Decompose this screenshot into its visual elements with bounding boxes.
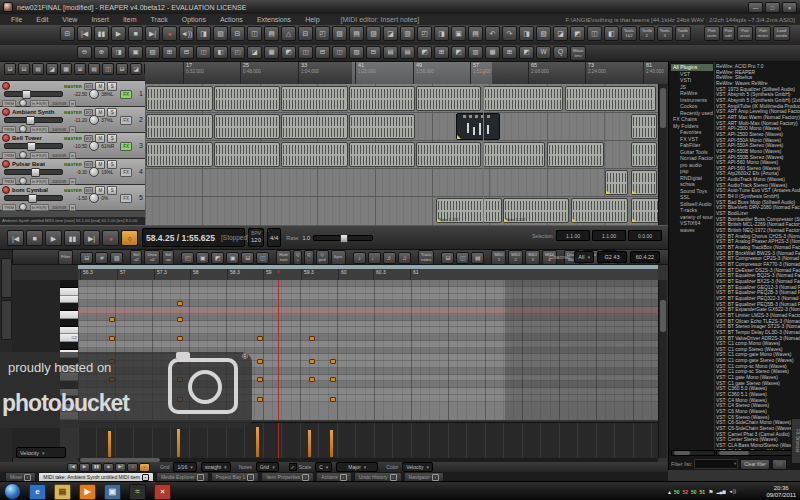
- menu-item[interactable]: Item: [116, 16, 144, 23]
- unse-all-button[interactable]: Unse all: [144, 250, 160, 265]
- note-eighth-icon[interactable]: ♪: [353, 252, 366, 264]
- scale-name-select[interactable]: Major: [336, 462, 378, 472]
- note-length-select[interactable]: Grid: [256, 462, 279, 472]
- arrange-vertical-scrollbar[interactable]: [658, 84, 667, 225]
- midi-note[interactable]: [177, 336, 183, 341]
- track-name[interactable]: Bell Tower: [12, 135, 62, 141]
- sel-sw-button[interactable]: Sel sw: [162, 250, 174, 265]
- black-key[interactable]: [60, 280, 78, 288]
- rate-slider[interactable]: [313, 235, 373, 241]
- glue-items-icon[interactable]: ◩: [451, 46, 466, 59]
- fader-handle[interactable]: [31, 168, 40, 177]
- hum-nize-button[interactable]: Hum nize: [276, 250, 291, 265]
- width-knob[interactable]: [19, 151, 27, 159]
- menu-help[interactable]: Help: [298, 16, 326, 23]
- toolb-2-button[interactable]: Toolb 2: [639, 26, 655, 41]
- trim-button[interactable]: TRIM: [2, 126, 16, 133]
- midi-note[interactable]: [109, 317, 115, 322]
- midi-timeline-ruler[interactable]: 56.35757.35858.35959.36060.361▼: [78, 265, 658, 281]
- heal-items-icon[interactable]: ◫: [298, 46, 313, 59]
- toolb-4-button[interactable]: Toolb 4: [675, 26, 691, 41]
- fx-plugin-row[interactable]: VST: BT Limiter LM2S-3 (Nomad Factor: [716, 313, 800, 319]
- zoom-mode-icon[interactable]: ⊟: [441, 252, 454, 264]
- fx-plugin-row[interactable]: VST: BT Equalizer BX2S-3 (Nomad Fa: [716, 279, 800, 285]
- stretch-left-icon[interactable]: ◧: [213, 46, 228, 59]
- ok-button[interactable]: OK: [772, 459, 787, 470]
- fx-button[interactable]: FX: [120, 194, 132, 203]
- media-item[interactable]: [281, 114, 348, 139]
- pan-knob[interactable]: [89, 115, 99, 125]
- record-arm-button[interactable]: [2, 134, 10, 142]
- media-item[interactable]: [631, 114, 657, 139]
- media-item[interactable]: [146, 86, 213, 111]
- midi-note[interactable]: [257, 336, 263, 341]
- nudge-right-icon[interactable]: ⊞: [434, 46, 449, 59]
- big-clock-icon[interactable]: ⊟: [230, 26, 245, 41]
- docker-tab[interactable]: Mixer×: [5, 472, 36, 481]
- midi-note[interactable]: [309, 336, 315, 341]
- record-arm-button[interactable]: [2, 82, 10, 90]
- midi-note[interactable]: [257, 377, 263, 382]
- input-assignment[interactable]: In FX(R): [30, 152, 49, 159]
- fx-plugin-row[interactable]: VST: BT Compressor FA770-3 (Nomad: [716, 262, 800, 268]
- note-sixteenth-icon[interactable]: ♬: [383, 252, 396, 264]
- white-key[interactable]: C2: [60, 334, 78, 342]
- start-button[interactable]: [4, 483, 21, 500]
- midi-note[interactable]: [309, 377, 315, 382]
- q--button[interactable]: Q +: [293, 250, 302, 265]
- zoom-project-icon[interactable]: ▣: [128, 46, 143, 59]
- ripple-edit-icon[interactable]: ▨: [366, 26, 381, 41]
- undo-icon[interactable]: ↶: [485, 26, 500, 41]
- docker-tab[interactable]: Navigator×: [404, 472, 444, 481]
- docker-tab[interactable]: Project Bay 1×: [211, 472, 260, 481]
- show-envelopes-icon[interactable]: ◪: [130, 63, 142, 75]
- black-key[interactable]: [60, 342, 78, 350]
- menu-extensions[interactable]: Extensions: [250, 16, 298, 23]
- redo-icon[interactable]: ↷: [502, 26, 517, 41]
- list-h-scrollbar[interactable]: [716, 450, 800, 456]
- unselect-items-icon[interactable]: ▤: [383, 46, 398, 59]
- zoom-notes-icon[interactable]: ◩: [211, 252, 224, 264]
- fx-tree-item[interactable]: waves: [671, 227, 713, 234]
- auto-crossfade-icon[interactable]: ◪: [383, 26, 398, 41]
- filter-button[interactable]: Filter: [58, 250, 73, 265]
- vertical-tab[interactable]: [1, 258, 12, 298]
- tray-expand-icon[interactable]: ▴: [668, 488, 671, 495]
- transport-display[interactable]: 58.4.25 / 1:55.625 [Stopped]: [142, 228, 245, 247]
- panel-divider[interactable]: [714, 62, 715, 454]
- media-item[interactable]: [631, 198, 658, 223]
- fx-plugin-row[interactable]: VST: BT Analog TrackBox (Nomad Fact: [716, 245, 800, 251]
- white-key[interactable]: [60, 288, 78, 296]
- input-assignment[interactable]: In FX(R): [30, 100, 49, 107]
- volume-fader[interactable]: [4, 169, 63, 175]
- color-picker-icon[interactable]: ◧: [604, 26, 619, 41]
- record-icon[interactable]: ●: [162, 26, 177, 41]
- tab-close-icon[interactable]: ×: [390, 474, 397, 481]
- tab-close-icon[interactable]: ×: [340, 474, 347, 481]
- goto-end-icon[interactable]: ▶|: [115, 463, 126, 472]
- fx-browser-icon[interactable]: ◫: [247, 26, 262, 41]
- monitor-button[interactable]: in: [69, 126, 76, 133]
- tray-badge[interactable]: 50: [691, 489, 697, 495]
- record-arm-button[interactable]: [2, 108, 10, 116]
- media-item[interactable]: [483, 142, 545, 167]
- snap-toggle-icon[interactable]: ▨: [332, 26, 347, 41]
- white-key[interactable]: [60, 327, 78, 335]
- pencil-tool-icon[interactable]: ⊞: [74, 63, 86, 75]
- tab-close-icon[interactable]: ×: [24, 474, 31, 481]
- stop-icon[interactable]: ■: [128, 26, 143, 41]
- scale-root-select[interactable]: C: [315, 462, 332, 472]
- velocity-bar[interactable]: [177, 429, 180, 457]
- solo-button[interactable]: S: [107, 134, 117, 143]
- selection-length[interactable]: 0.0.00: [628, 230, 662, 241]
- delete-notes-icon[interactable]: ▣: [196, 252, 209, 264]
- menu-file[interactable]: File: [4, 16, 29, 23]
- solo-button[interactable]: S: [107, 186, 117, 195]
- track-name[interactable]: Pulsar Beat: [12, 161, 62, 167]
- fx-plugin-row[interactable]: VST: C1 comp-gate Stereo (Waves): [716, 358, 800, 364]
- track-name[interactable]: Ambient Synth: [12, 109, 62, 115]
- move-env-button[interactable]: Move env: [570, 46, 586, 61]
- velocity-bar[interactable]: [330, 430, 333, 457]
- zoom-out-icon[interactable]: ⊖: [77, 46, 92, 59]
- menu-edit[interactable]: Edit: [29, 16, 55, 23]
